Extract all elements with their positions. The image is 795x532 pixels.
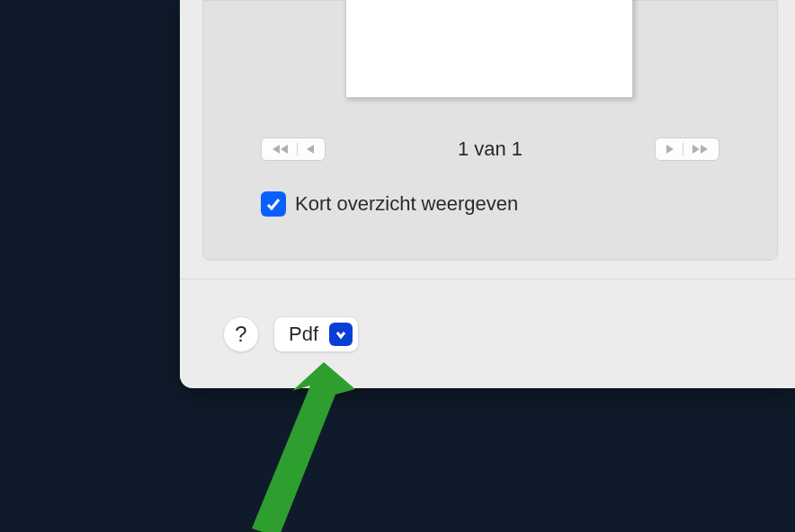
pdf-dropdown-button[interactable]: Pdf xyxy=(273,316,359,352)
preview-pane: 1 van 1 Kort overzicht weergeven xyxy=(202,0,778,261)
check-icon xyxy=(265,196,281,212)
last-page-button[interactable] xyxy=(692,145,708,154)
page-counter: 1 van 1 xyxy=(458,137,523,161)
chevron-down-icon xyxy=(335,328,347,341)
next-page-button[interactable] xyxy=(666,145,674,154)
summary-checkbox-label: Kort overzicht weergeven xyxy=(295,192,518,216)
nav-separator xyxy=(683,143,683,155)
dialog-bottom-bar: ? Pdf xyxy=(180,279,795,388)
triangle-double-left-icon xyxy=(272,145,280,154)
print-dialog: 1 van 1 Kort overzicht weergeven ? xyxy=(180,0,795,388)
pdf-chevron-badge xyxy=(329,323,353,346)
pdf-button-label: Pdf xyxy=(289,323,318,346)
page-nav-back-group xyxy=(261,137,326,161)
triangle-double-right-icon xyxy=(701,145,708,154)
nav-separator xyxy=(297,143,298,155)
page-nav-row: 1 van 1 xyxy=(203,137,777,161)
triangle-double-right-icon xyxy=(692,145,700,154)
page-thumbnail xyxy=(345,0,633,98)
first-page-button[interactable] xyxy=(272,145,288,154)
question-mark-icon: ? xyxy=(235,322,246,347)
summary-checkbox-row: Kort overzicht weergeven xyxy=(261,191,518,217)
prev-page-button[interactable] xyxy=(307,145,314,154)
help-button[interactable]: ? xyxy=(223,316,259,352)
page-nav-forward-group xyxy=(655,137,719,161)
triangle-double-left-icon xyxy=(281,145,288,154)
summary-checkbox[interactable] xyxy=(261,191,286,217)
